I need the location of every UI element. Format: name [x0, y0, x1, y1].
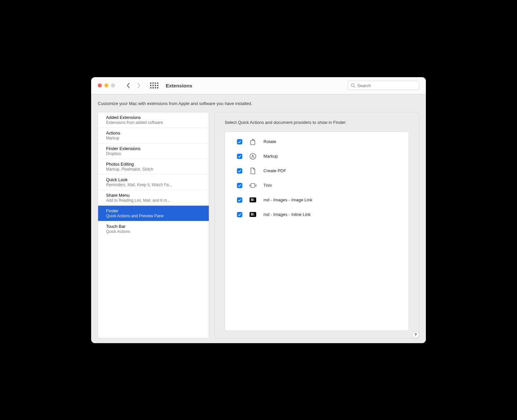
window-title: Extensions	[166, 83, 192, 88]
sidebar-item-subtitle: Quick Actions	[106, 229, 201, 234]
sidebar-item-subtitle: Extensions from added software	[106, 120, 201, 125]
action-row-trim: Trim	[225, 178, 409, 193]
sidebar-item-finder-extensions[interactable]: Finder Extensions Dropbox	[98, 143, 209, 159]
search-icon	[351, 83, 355, 88]
svg-rect-4	[251, 184, 255, 187]
help-button[interactable]: ?	[412, 331, 419, 339]
detail-header: Select Quick Actions and document provid…	[225, 120, 409, 126]
sidebar-item-title: Finder	[106, 208, 201, 213]
panels: Added Extensions Extensions from added s…	[98, 112, 419, 339]
markdown-icon: M↓	[248, 196, 258, 204]
detail-panel: Select Quick Actions and document provid…	[214, 112, 419, 339]
action-label: md - Images - Image Link	[263, 197, 312, 202]
trim-icon	[248, 182, 258, 189]
checkbox-markup[interactable]	[237, 154, 242, 159]
action-row-rotate: Rotate	[225, 134, 409, 149]
sidebar-item-title: Share Menu	[106, 193, 201, 198]
nav-arrows	[126, 82, 141, 88]
rotate-icon	[248, 138, 258, 146]
preferences-window: Extensions Customize your Mac with exten…	[91, 77, 426, 343]
minimize-window-button[interactable]	[104, 83, 108, 87]
action-row-md-inline-link: M↓ md - Images - Inline Link	[225, 207, 409, 222]
sidebar-item-subtitle: Quick Actions and Preview Pane	[106, 214, 201, 218]
sidebar-item-quick-look[interactable]: Quick Look Reminders, Mail, Keep It, Wat…	[98, 175, 209, 190]
content-area: Customize your Mac with extensions from …	[91, 94, 426, 343]
action-row-markup: Markup	[225, 149, 409, 164]
search-input[interactable]	[357, 83, 416, 88]
sidebar-item-title: Finder Extensions	[106, 146, 201, 151]
sidebar-item-subtitle: Markup, Pixelmator, Skitch	[106, 167, 201, 172]
zoom-window-button[interactable]	[111, 83, 115, 87]
action-label: Rotate	[263, 139, 276, 144]
action-label: Trim	[263, 183, 272, 188]
close-window-button[interactable]	[98, 83, 102, 87]
action-row-md-image-link: M↓ md - Images - Image Link	[225, 193, 409, 207]
show-all-icon[interactable]	[150, 82, 158, 88]
checkbox-create-pdf[interactable]	[237, 168, 242, 174]
quick-actions-list: Rotate Markup	[225, 131, 409, 331]
search-box[interactable]	[348, 81, 419, 90]
sidebar-item-subtitle: Reminders, Mail, Keep It, Watch Fa...	[106, 183, 201, 187]
pane-description: Customize your Mac with extensions from …	[98, 101, 419, 106]
svg-rect-2	[251, 140, 255, 145]
action-label: Create PDF	[263, 168, 286, 173]
category-sidebar: Added Extensions Extensions from added s…	[98, 112, 209, 339]
markdown-icon: M↓	[248, 211, 258, 219]
svg-line-1	[354, 86, 355, 88]
sidebar-item-title: Photos Editing	[106, 162, 201, 167]
sidebar-item-title: Touch Bar	[106, 224, 201, 229]
forward-button[interactable]	[137, 82, 141, 88]
sidebar-item-subtitle: Markup	[106, 136, 201, 140]
checkbox-rotate[interactable]	[237, 139, 242, 144]
action-label: Markup	[263, 154, 278, 159]
markup-icon	[248, 152, 258, 160]
checkbox-md-inline-link[interactable]	[237, 212, 242, 217]
sidebar-item-subtitle: Dropbox	[106, 151, 201, 156]
sidebar-item-subtitle: Add to Reading List, Mail, and 8 m...	[106, 198, 201, 203]
titlebar: Extensions	[91, 77, 426, 94]
sidebar-item-title: Actions	[106, 131, 201, 135]
checkbox-trim[interactable]	[237, 183, 242, 188]
traffic-lights	[98, 83, 115, 87]
sidebar-item-title: Quick Look	[106, 177, 201, 182]
sidebar-item-touch-bar[interactable]: Touch Bar Quick Actions	[98, 221, 209, 236]
svg-point-3	[250, 153, 256, 159]
sidebar-item-photos-editing[interactable]: Photos Editing Markup, Pixelmator, Skitc…	[98, 159, 209, 175]
checkbox-md-image-link[interactable]	[237, 197, 242, 203]
sidebar-item-title: Added Extensions	[106, 115, 201, 120]
sidebar-item-finder[interactable]: Finder Quick Actions and Preview Pane	[98, 206, 209, 221]
action-label: md - Images - Inline Link	[263, 212, 311, 217]
sidebar-item-share-menu[interactable]: Share Menu Add to Reading List, Mail, an…	[98, 190, 209, 206]
back-button[interactable]	[126, 82, 130, 88]
sidebar-item-added-extensions[interactable]: Added Extensions Extensions from added s…	[98, 112, 209, 128]
action-row-create-pdf: Create PDF	[225, 164, 409, 178]
sidebar-item-actions[interactable]: Actions Markup	[98, 128, 209, 143]
document-icon	[248, 167, 258, 175]
